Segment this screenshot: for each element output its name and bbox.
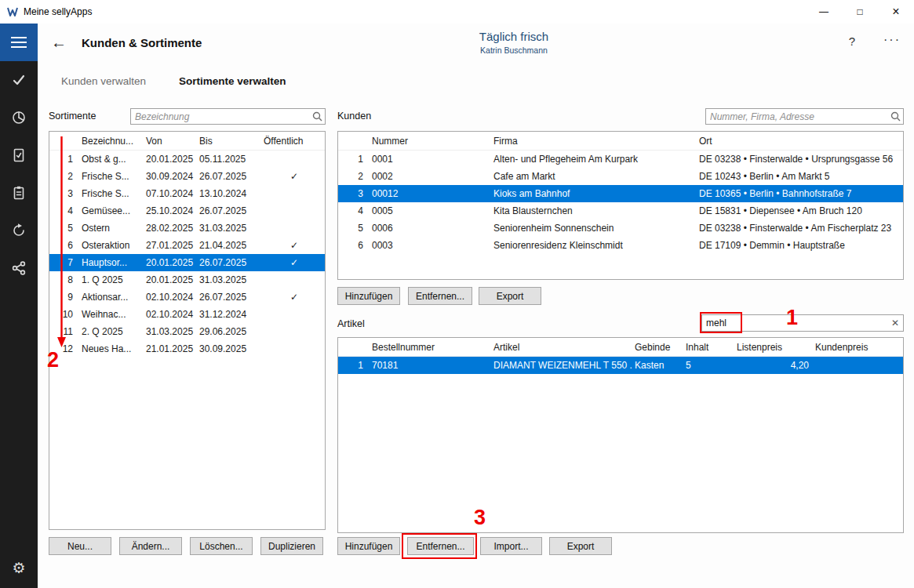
table-row[interactable]: 10Weihnac...02.10.202431.12.2024 [49,306,325,323]
table-row[interactable]: 5Ostern28.02.202531.03.2025 [49,220,325,237]
column-header-nr[interactable] [338,338,370,356]
annotation-box-search [700,312,742,333]
column-header-gebinde[interactable]: Gebinde [632,338,683,356]
cell-bis: 29.06.2025 [197,323,261,340]
table-row[interactable]: 1Obst & g...20.01.202505.11.2025 [49,151,325,168]
kunden-entfernen-button[interactable]: Entfernen... [408,287,472,305]
column-header-bestellnummer[interactable]: Bestellnummer [370,338,491,356]
table-row[interactable]: 112. Q 202531.03.202529.06.2025 [49,323,325,340]
table-row[interactable]: 300012Kioks am BahnhofDE 10365 • Berlin … [338,185,903,202]
column-header-ort[interactable]: Ort [697,132,903,150]
column-header-artikel[interactable]: Artikel [491,338,632,356]
table-row[interactable]: 60003Seniorenresidenz KleinschmidtDE 171… [338,237,903,254]
cell-von: 02.10.2024 [144,306,197,323]
maximize-icon[interactable]: □ [842,0,878,24]
cell-firma: Seniorenheim Sonnenschein [491,220,697,237]
column-header-bezeichnung[interactable]: Bezeichnu... [79,132,144,150]
cell-ort: DE 15831 • Diepensee • Am Bruch 120 [697,202,903,220]
loeschen-button[interactable]: Löschen... [190,537,253,555]
cell-kundenpreis [813,357,903,374]
cell-oeffentlich [261,202,325,220]
back-icon[interactable]: ← [49,33,69,52]
table-row[interactable]: 170181DIAMANT WEIZENMEHL T 550 ...Kasten… [338,357,903,374]
duplizieren-button[interactable]: Duplizieren [260,537,323,555]
help-icon[interactable]: ? [844,34,860,48]
table-row[interactable]: 12Neues Ha...21.01.202530.09.2025 [49,340,325,358]
minimize-icon[interactable]: — [806,0,842,24]
kunden-export-button[interactable]: Export [479,287,541,305]
cell-bezeichnung: Obst & g... [79,151,144,168]
page-title: Kunden & Sortimente [82,36,202,49]
column-header-nr[interactable] [338,132,370,150]
kunden-search [705,108,904,125]
search-icon[interactable] [887,111,903,122]
artikel-import-button[interactable]: Import... [480,537,542,555]
cell-nr: 5 [338,220,370,237]
column-header-kundenpreis[interactable]: Kundenpreis [813,338,903,356]
sync-icon[interactable] [0,212,38,249]
cell-bis: 31.12.2024 [197,306,261,323]
clear-icon[interactable]: ✕ [887,318,903,328]
cell-von: 27.01.2025 [144,237,197,254]
cell-von: 25.10.2024 [144,202,197,220]
table-row[interactable]: 2Frische S...30.09.202426.07.2025✓ [49,168,325,185]
annotation-box-entfernen [402,533,477,559]
column-header-von[interactable]: Von [144,132,197,150]
cell-oeffentlich [261,185,325,202]
cell-artikel: DIAMANT WEIZENMEHL T 550 ... [491,357,632,374]
kunden-table: Nummer Firma Ort 10001Alten- und Pflegeh… [337,131,904,280]
close-icon[interactable]: × [878,0,914,24]
cell-bezeichnung: Gemüsee... [79,202,144,220]
cell-bis: 26.07.2025 [197,254,261,271]
table-row[interactable]: 6Osteraktion27.01.202521.04.2025✓ [49,237,325,254]
window-controls: — □ × [806,0,914,24]
cell-oeffentlich: ✓ [261,168,325,185]
cell-von: 20.01.2025 [144,254,197,271]
kunden-hinzufuegen-button[interactable]: Hinzufügen [337,287,400,305]
table-row[interactable]: 81. Q 202520.01.202531.03.2025 [49,271,325,289]
cell-von: 30.09.2024 [144,168,197,185]
table-row[interactable]: 9Aktionsar...02.10.202426.07.2025✓ [49,289,325,306]
column-header-oeffentlich[interactable]: Öffentlich [261,132,325,150]
table-row[interactable]: 3Frische S...07.10.202413.10.2024 [49,185,325,202]
cell-nummer: 0001 [370,151,491,168]
menu-icon[interactable] [0,24,38,61]
sortimente-search-input[interactable] [131,109,309,124]
tab-kunden-verwalten[interactable]: Kunden verwalten [61,75,146,87]
more-icon[interactable]: ··· [883,33,901,47]
cell-bis: 31.03.2025 [197,271,261,289]
document-check-icon[interactable] [0,136,38,174]
check-icon[interactable] [0,61,38,99]
cell-von: 28.02.2025 [144,220,197,237]
artikel-hinzufuegen-button[interactable]: Hinzufügen [337,537,400,555]
table-row[interactable]: 7Hauptsor...20.01.202526.07.2025✓ [49,254,325,271]
column-header-listenpreis[interactable]: Listenpreis [734,338,813,356]
aendern-button[interactable]: Ändern... [119,537,182,555]
table-row[interactable]: 4Gemüsee...25.10.202426.07.2025 [49,202,325,220]
cell-bis: 26.07.2025 [197,202,261,220]
column-header-nr[interactable] [49,132,79,150]
settings-gear-icon[interactable]: ⚙ [0,550,38,585]
table-row[interactable]: 20002Cafe am MarktDE 10243 • Berlin • Am… [338,168,903,185]
table-row[interactable]: 50006Seniorenheim SonnenscheinDE 03238 •… [338,220,903,237]
search-icon[interactable] [309,111,325,122]
cell-bis: 21.04.2025 [197,237,261,254]
cell-nummer: 0003 [370,237,491,254]
column-header-nummer[interactable]: Nummer [370,132,491,150]
column-header-firma[interactable]: Firma [491,132,697,150]
cell-gebinde: Kasten [632,357,683,374]
annotation-step-2: 2 [47,348,59,372]
column-header-inhalt[interactable]: Inhalt [683,338,734,356]
clipboard-icon[interactable] [0,174,38,212]
kunden-search-input[interactable] [706,109,887,124]
share-icon[interactable] [0,249,38,287]
pie-chart-icon[interactable] [0,99,38,136]
artikel-export-button[interactable]: Export [549,537,612,555]
title-bar: Meine sellyApps — □ × [0,0,914,24]
tab-sortimente-verwalten[interactable]: Sortimente verwalten [179,75,286,87]
table-row[interactable]: 40005Kita BlausternchenDE 15831 • Diepen… [338,202,903,220]
table-row[interactable]: 10001Alten- und Pflegeheim Am KurparkDE … [338,151,903,168]
kunden-table-body: 10001Alten- und Pflegeheim Am KurparkDE … [338,151,903,254]
neu-button[interactable]: Neu... [49,537,111,555]
column-header-bis[interactable]: Bis [197,132,261,150]
